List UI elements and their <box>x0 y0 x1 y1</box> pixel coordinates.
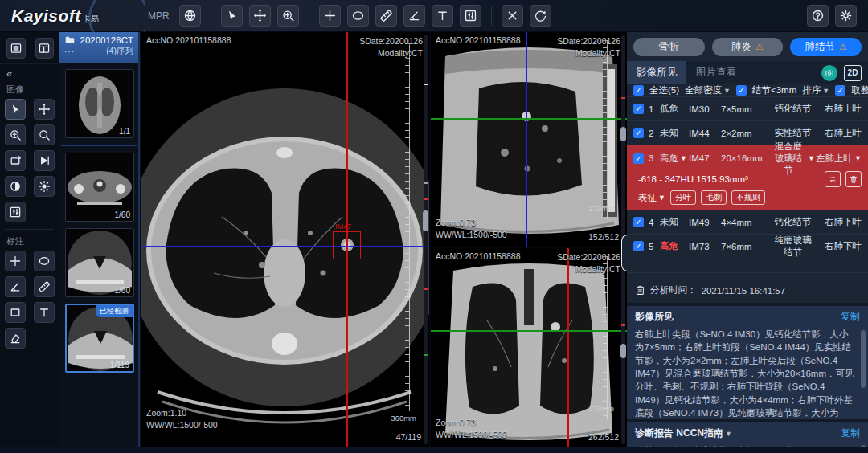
settings-button[interactable] <box>835 5 857 27</box>
coronal-crosshair-horizontal[interactable] <box>431 330 627 332</box>
pan-tool-button[interactable] <box>34 99 55 120</box>
nodule-checkbox[interactable]: ✓ <box>633 217 644 227</box>
copy-report-button[interactable]: 复制 <box>841 426 860 440</box>
tab-fracture[interactable]: 骨折 <box>633 38 705 56</box>
axial-slice-scrollbar[interactable] <box>424 35 428 444</box>
pan-icon <box>38 103 51 116</box>
nodule-roi-box[interactable]: IM47 <box>333 231 361 259</box>
sagittal-crosshair-horizontal[interactable] <box>431 118 627 120</box>
angle-tool-button[interactable] <box>5 276 26 297</box>
findings-scrollbar[interactable] <box>861 330 866 388</box>
angle-tool-button[interactable] <box>403 5 425 27</box>
magnify-tool-button[interactable] <box>34 124 55 145</box>
text-tool-button[interactable] <box>432 5 453 27</box>
series-list-button[interactable] <box>6 38 26 59</box>
subtab-findings[interactable]: 影像所见 <box>627 61 686 84</box>
coronal-accession-number: AccNO:202101158888 <box>436 251 520 261</box>
collapse-rail-button[interactable]: « <box>0 64 59 81</box>
thumbnail-series-4-selected[interactable]: 已经检测 1/119 <box>65 304 134 373</box>
mpr-button[interactable] <box>179 5 201 27</box>
density-filter-dropdown[interactable]: 全部密度▼ <box>685 84 731 96</box>
delete-nodule-button[interactable] <box>845 171 862 187</box>
ruler-tool-button[interactable] <box>34 276 55 297</box>
coronal-slice-scrollbar[interactable] <box>621 251 625 444</box>
feature-label: 表征 <box>638 192 657 204</box>
thumbnail-series-3[interactable]: 1/60 <box>65 228 134 297</box>
sort-dropdown[interactable]: 排序▼ <box>802 84 829 96</box>
nodule-type: 钙化结节 <box>771 216 815 228</box>
report-guideline-dropdown[interactable]: 诊断报告 NCCN指南▼ <box>635 426 732 440</box>
feature-chip[interactable]: 分叶 <box>670 190 696 205</box>
subtab-image-review[interactable]: 图片查看 <box>686 61 746 84</box>
eraser-tool-button[interactable] <box>5 328 26 349</box>
copy-findings-button[interactable]: 复制 <box>841 310 860 324</box>
nodule-checkbox[interactable]: ✓ <box>633 128 644 138</box>
sagittal-viewport[interactable]: 270mm AccNO:202101158888 SDate:20200126 … <box>431 32 627 247</box>
pan-tool-button[interactable] <box>249 5 271 27</box>
nodule-risk-dropdown[interactable]: 高危▼ <box>660 153 689 165</box>
tab-pneumonia[interactable]: 肺炎 ⚠ <box>712 38 784 56</box>
snapshot-button[interactable] <box>821 65 837 81</box>
crosshair-tool-button[interactable] <box>319 5 341 27</box>
thumbnail-scout[interactable]: 1/1 <box>65 69 134 138</box>
scrollbar-thumb[interactable] <box>423 210 428 231</box>
select-tool-button[interactable] <box>5 99 26 120</box>
thumbnail-series-2[interactable]: 1/60 <box>65 153 134 222</box>
window-level-button[interactable] <box>5 202 26 222</box>
zoom-tool-button[interactable] <box>277 5 299 27</box>
top-toolbar: Kayisoft 卡易 MPR <box>0 0 868 32</box>
nodule-checkbox[interactable]: ✓ <box>633 104 644 114</box>
rectangle-tool-button[interactable] <box>5 302 26 323</box>
feature-chip[interactable]: 毛刺 <box>701 190 727 205</box>
nodule-type: 钙化结节 <box>771 103 815 115</box>
findings-title: 影像所见 <box>635 310 674 324</box>
transfer-nodule-button[interactable] <box>825 171 841 187</box>
clear-annotations-button[interactable] <box>502 5 523 27</box>
nodule-row-1[interactable]: ✓ 1 低危 IM30 7×5mm 钙化结节 右肺上叶 <box>627 96 868 120</box>
scrollbar-thumb[interactable] <box>620 344 626 358</box>
coronal-crosshair-vertical[interactable] <box>567 248 569 447</box>
axial-crosshair-horizontal[interactable] <box>141 246 429 247</box>
layout-button[interactable] <box>35 38 55 59</box>
axial-viewport[interactable]: IM47 360mm AccNO:202101158888 SDate:2020… <box>141 32 429 447</box>
crosshair-icon <box>9 255 22 267</box>
nodule-row-3-selected[interactable]: ✓ 3 高危▼ IM47 20×16mm 混合磨玻璃结节▼ 左肺上叶▼ -618… <box>627 145 868 210</box>
nodule-type-dropdown[interactable]: 混合磨玻璃结节▼ <box>771 141 815 177</box>
zoom-in-tool-button[interactable] <box>5 124 26 145</box>
select-all-checkbox[interactable]: ✓ <box>633 85 644 96</box>
series-more-button[interactable]: ··· <box>64 47 75 56</box>
panel-collapse-handle[interactable] <box>621 235 628 271</box>
toolbar-divider <box>309 6 309 26</box>
nodule-checkbox[interactable]: ✓ <box>633 153 644 164</box>
nodule-row-5[interactable]: ✓ 5 高危 IM73 7×6mm 纯磨玻璃结节 右肺下叶 <box>627 234 868 258</box>
sagittal-slice-scrollbar[interactable] <box>621 35 625 244</box>
nodule-checkbox[interactable]: ✓ <box>633 241 644 251</box>
select-tool-button[interactable] <box>221 5 243 27</box>
window-level-button[interactable] <box>460 5 481 27</box>
ellipse-tool-button[interactable] <box>34 251 55 271</box>
small-nodule-checkbox[interactable]: ✓ <box>736 85 747 96</box>
feature-dropdown[interactable]: 表征▼ <box>638 192 665 204</box>
rotate-tool-button[interactable] <box>5 150 26 171</box>
text-tool-button[interactable] <box>34 302 55 323</box>
ruler-tool-button[interactable] <box>375 5 397 27</box>
reset-view-button[interactable] <box>530 5 551 27</box>
scrollbar-thumb[interactable] <box>620 127 626 141</box>
tab-lung-nodule[interactable]: 肺结节 ⚠ <box>790 38 862 56</box>
sagittal-crosshair-vertical[interactable] <box>526 32 527 247</box>
coronal-viewport[interactable]: 270mm AccNO:202101158888 SDate:20200126 … <box>431 248 627 447</box>
round-checkbox[interactable]: ✓ <box>835 85 845 96</box>
series-header[interactable]: 20200126CT ··· (4)序列 <box>59 32 138 63</box>
brightness-tool-button[interactable] <box>34 176 55 197</box>
2d-mode-button[interactable]: 2D <box>844 65 862 81</box>
nodule-row-2[interactable]: ✓ 2 未知 IM44 2×2mm 实性结节 右肺上叶 <box>627 120 868 145</box>
ellipse-tool-button[interactable] <box>347 5 369 27</box>
annotate-tools-label: 标注 <box>0 233 59 251</box>
feature-chip[interactable]: 不规则 <box>731 190 765 205</box>
help-button[interactable] <box>807 5 829 27</box>
nodule-location-dropdown[interactable]: 左肺上叶▼ <box>815 153 862 165</box>
crosshair-tool-button[interactable] <box>5 251 26 271</box>
contrast-tool-button[interactable] <box>5 176 26 197</box>
cine-play-button[interactable] <box>34 150 55 171</box>
nodule-row-4[interactable]: ✓ 4 未知 IM49 4×4mm 钙化结节 右肺下叶 <box>627 210 868 234</box>
